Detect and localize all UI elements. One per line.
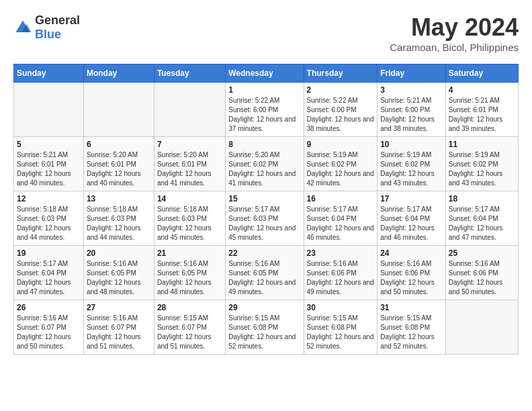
day-number: 2 <box>307 85 375 95</box>
day-number: 12 <box>17 194 81 203</box>
day-info: Sunrise: 5:16 AM Sunset: 6:06 PM Dayligh… <box>380 259 443 297</box>
title-block: May 2024 Caramoan, Bicol, Philippines <box>390 13 519 53</box>
header-wednesday: Wednesday <box>226 64 304 83</box>
day-info: Sunrise: 5:21 AM Sunset: 6:01 PM Dayligh… <box>17 150 81 188</box>
day-number: 8 <box>228 140 300 149</box>
day-number: 4 <box>449 85 515 95</box>
day-info: Sunrise: 5:15 AM Sunset: 6:08 PM Dayligh… <box>307 314 375 351</box>
header-thursday: Thursday <box>304 64 378 83</box>
calendar-cell: 27Sunrise: 5:16 AM Sunset: 6:07 PM Dayli… <box>83 300 154 355</box>
calendar-week-4: 19Sunrise: 5:17 AM Sunset: 6:04 PM Dayli… <box>14 246 519 300</box>
day-number: 15 <box>228 194 300 203</box>
logo-icon <box>13 18 32 37</box>
day-number: 24 <box>380 248 443 258</box>
day-number: 3 <box>380 85 443 95</box>
calendar-cell: 6Sunrise: 5:20 AM Sunset: 6:01 PM Daylig… <box>83 137 154 191</box>
calendar-cell: 25Sunrise: 5:16 AM Sunset: 6:06 PM Dayli… <box>445 246 518 300</box>
day-number: 21 <box>157 248 222 258</box>
day-number: 19 <box>17 248 81 258</box>
day-number: 17 <box>380 194 443 203</box>
day-info: Sunrise: 5:20 AM Sunset: 6:01 PM Dayligh… <box>87 150 151 188</box>
day-info: Sunrise: 5:17 AM Sunset: 6:04 PM Dayligh… <box>449 205 515 242</box>
calendar-cell: 8Sunrise: 5:20 AM Sunset: 6:02 PM Daylig… <box>226 137 304 191</box>
day-info: Sunrise: 5:16 AM Sunset: 6:07 PM Dayligh… <box>17 314 81 351</box>
logo-blue: Blue <box>35 28 61 41</box>
day-number: 29 <box>228 303 300 312</box>
header-sunday: Sunday <box>14 64 84 83</box>
calendar-cell <box>154 83 225 137</box>
day-info: Sunrise: 5:16 AM Sunset: 6:07 PM Dayligh… <box>87 314 151 351</box>
day-info: Sunrise: 5:16 AM Sunset: 6:05 PM Dayligh… <box>157 259 222 297</box>
location-subtitle: Caramoan, Bicol, Philippines <box>390 42 519 53</box>
calendar-cell: 7Sunrise: 5:20 AM Sunset: 6:01 PM Daylig… <box>154 137 225 191</box>
calendar-cell: 22Sunrise: 5:16 AM Sunset: 6:05 PM Dayli… <box>226 246 304 300</box>
calendar-cell <box>445 300 518 355</box>
calendar-cell: 15Sunrise: 5:17 AM Sunset: 6:03 PM Dayli… <box>226 191 304 246</box>
calendar-cell: 3Sunrise: 5:21 AM Sunset: 6:00 PM Daylig… <box>378 83 446 137</box>
day-info: Sunrise: 5:16 AM Sunset: 6:06 PM Dayligh… <box>307 259 375 297</box>
day-number: 6 <box>87 140 151 149</box>
day-number: 25 <box>449 248 515 258</box>
day-number: 27 <box>87 303 151 312</box>
calendar-cell: 12Sunrise: 5:18 AM Sunset: 6:03 PM Dayli… <box>14 191 84 246</box>
logo: General Blue <box>13 13 80 42</box>
day-number: 26 <box>17 303 81 312</box>
day-info: Sunrise: 5:15 AM Sunset: 6:08 PM Dayligh… <box>380 314 443 351</box>
day-number: 14 <box>157 194 222 203</box>
calendar-week-2: 5Sunrise: 5:21 AM Sunset: 6:01 PM Daylig… <box>14 137 519 191</box>
logo-general: General <box>35 13 80 27</box>
day-info: Sunrise: 5:16 AM Sunset: 6:05 PM Dayligh… <box>87 259 151 297</box>
day-info: Sunrise: 5:15 AM Sunset: 6:07 PM Dayligh… <box>157 314 222 351</box>
day-number: 20 <box>87 248 151 258</box>
header-saturday: Saturday <box>445 64 518 83</box>
calendar-cell: 21Sunrise: 5:16 AM Sunset: 6:05 PM Dayli… <box>154 246 225 300</box>
calendar-cell: 11Sunrise: 5:19 AM Sunset: 6:02 PM Dayli… <box>445 137 518 191</box>
day-info: Sunrise: 5:19 AM Sunset: 6:02 PM Dayligh… <box>307 150 375 188</box>
day-number: 5 <box>17 140 81 149</box>
day-info: Sunrise: 5:22 AM Sunset: 6:00 PM Dayligh… <box>307 96 375 134</box>
day-info: Sunrise: 5:21 AM Sunset: 6:01 PM Dayligh… <box>449 96 515 134</box>
calendar-cell: 5Sunrise: 5:21 AM Sunset: 6:01 PM Daylig… <box>14 137 84 191</box>
page-header: General Blue May 2024 Caramoan, Bicol, P… <box>13 13 519 53</box>
calendar-cell: 10Sunrise: 5:19 AM Sunset: 6:02 PM Dayli… <box>378 137 446 191</box>
calendar-cell: 9Sunrise: 5:19 AM Sunset: 6:02 PM Daylig… <box>304 137 378 191</box>
day-info: Sunrise: 5:15 AM Sunset: 6:08 PM Dayligh… <box>228 314 300 351</box>
calendar-cell: 2Sunrise: 5:22 AM Sunset: 6:00 PM Daylig… <box>304 83 378 137</box>
day-info: Sunrise: 5:17 AM Sunset: 6:04 PM Dayligh… <box>380 205 443 242</box>
header-friday: Friday <box>378 64 446 83</box>
calendar-cell: 29Sunrise: 5:15 AM Sunset: 6:08 PM Dayli… <box>226 300 304 355</box>
day-number: 13 <box>87 194 151 203</box>
calendar-week-1: 1Sunrise: 5:22 AM Sunset: 6:00 PM Daylig… <box>14 83 519 137</box>
calendar-cell: 20Sunrise: 5:16 AM Sunset: 6:05 PM Dayli… <box>83 246 154 300</box>
calendar-cell: 28Sunrise: 5:15 AM Sunset: 6:07 PM Dayli… <box>154 300 225 355</box>
day-info: Sunrise: 5:18 AM Sunset: 6:03 PM Dayligh… <box>87 205 151 242</box>
day-number: 23 <box>307 248 375 258</box>
calendar-cell: 31Sunrise: 5:15 AM Sunset: 6:08 PM Dayli… <box>378 300 446 355</box>
calendar-cell <box>14 83 84 137</box>
day-info: Sunrise: 5:21 AM Sunset: 6:00 PM Dayligh… <box>380 96 443 134</box>
calendar-cell: 24Sunrise: 5:16 AM Sunset: 6:06 PM Dayli… <box>378 246 446 300</box>
day-number: 28 <box>157 303 222 312</box>
day-info: Sunrise: 5:19 AM Sunset: 6:02 PM Dayligh… <box>449 150 515 188</box>
calendar-cell: 14Sunrise: 5:18 AM Sunset: 6:03 PM Dayli… <box>154 191 225 246</box>
day-number: 22 <box>228 248 300 258</box>
day-number: 18 <box>449 194 515 203</box>
calendar-cell: 19Sunrise: 5:17 AM Sunset: 6:04 PM Dayli… <box>14 246 84 300</box>
calendar-cell: 17Sunrise: 5:17 AM Sunset: 6:04 PM Dayli… <box>378 191 446 246</box>
calendar-cell <box>83 83 154 137</box>
day-info: Sunrise: 5:16 AM Sunset: 6:06 PM Dayligh… <box>449 259 515 297</box>
calendar-cell: 4Sunrise: 5:21 AM Sunset: 6:01 PM Daylig… <box>445 83 518 137</box>
calendar-cell: 16Sunrise: 5:17 AM Sunset: 6:04 PM Dayli… <box>304 191 378 246</box>
day-number: 1 <box>228 85 300 95</box>
day-info: Sunrise: 5:20 AM Sunset: 6:02 PM Dayligh… <box>228 150 300 188</box>
day-number: 11 <box>449 140 515 149</box>
calendar-cell: 23Sunrise: 5:16 AM Sunset: 6:06 PM Dayli… <box>304 246 378 300</box>
calendar-cell: 13Sunrise: 5:18 AM Sunset: 6:03 PM Dayli… <box>83 191 154 246</box>
day-number: 30 <box>307 303 375 312</box>
calendar-week-5: 26Sunrise: 5:16 AM Sunset: 6:07 PM Dayli… <box>14 300 519 355</box>
day-info: Sunrise: 5:16 AM Sunset: 6:05 PM Dayligh… <box>228 259 300 297</box>
calendar-cell: 26Sunrise: 5:16 AM Sunset: 6:07 PM Dayli… <box>14 300 84 355</box>
day-info: Sunrise: 5:19 AM Sunset: 6:02 PM Dayligh… <box>380 150 443 188</box>
day-number: 16 <box>307 194 375 203</box>
calendar-cell: 18Sunrise: 5:17 AM Sunset: 6:04 PM Dayli… <box>445 191 518 246</box>
